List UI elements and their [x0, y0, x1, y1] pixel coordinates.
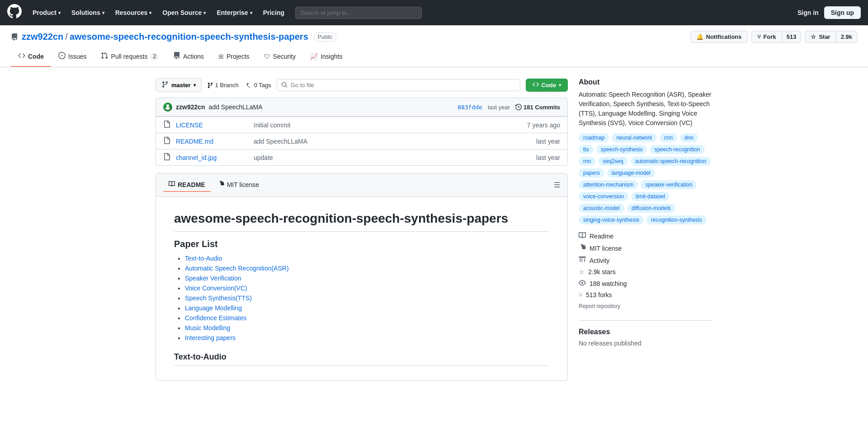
star-meta-icon: ☆ — [579, 268, 585, 276]
file-name[interactable]: channel_id.jpg — [176, 154, 248, 161]
readme-link-voice-conversion[interactable]: Voice Conversion(VC) — [185, 285, 247, 292]
sidebar-meta-forks[interactable]: ⑂ 513 forks — [579, 291, 712, 299]
fork-icon: ⑂ — [757, 33, 761, 40]
tag-dnn[interactable]: dnn — [680, 133, 698, 142]
search-input[interactable] — [295, 7, 422, 19]
tab-pull-requests[interactable]: Pull requests 2 — [94, 47, 166, 67]
commit-count-link[interactable]: 181 Commits — [515, 104, 560, 111]
readme-link-interesting-papers[interactable]: Interesting papers — [185, 334, 236, 341]
commit-avatar — [163, 103, 172, 112]
notifications-button[interactable]: 🔔 Notifications — [690, 31, 748, 43]
tag-cnn[interactable]: cnn — [660, 133, 677, 142]
tag-attention-mechanism[interactable]: attention-mechanism — [579, 180, 638, 189]
branch-selector[interactable]: master ▾ — [156, 78, 202, 92]
tab-issues[interactable]: Issues — [51, 47, 94, 67]
tag-recognition-synthesis[interactable]: recognition-synthesis — [646, 215, 707, 224]
readme-link-music-modelling[interactable]: Music Modelling — [185, 324, 230, 332]
fork-button[interactable]: ⑂ Fork 513 — [751, 31, 802, 43]
nav-open-source[interactable]: Open Source▾ — [159, 7, 209, 18]
sign-up-button[interactable]: Sign up — [824, 6, 861, 19]
tag-diffusion-models[interactable]: diffusion-models — [627, 204, 675, 213]
tag-language-model[interactable]: language-model — [607, 168, 655, 177]
table-row: LICENSE Initial commit 7 years ago — [156, 117, 567, 133]
nav-solutions[interactable]: Solutions▾ — [68, 7, 108, 18]
commit-author[interactable]: zzw922cn — [176, 103, 205, 111]
tab-insights[interactable]: 📈 Insights — [303, 47, 349, 67]
nav-enterprise[interactable]: Enterprise▾ — [213, 7, 255, 18]
readme-link-speaker-verification[interactable]: Speaker Verification — [185, 275, 241, 282]
tag-voice-conversion[interactable]: voice-conversion — [579, 192, 628, 201]
sign-in-link[interactable]: Sign in — [797, 9, 819, 16]
readme-list: Text-to-Audio Automatic Speech Recogniti… — [174, 255, 549, 341]
nav-resources[interactable]: Resources▾ — [112, 7, 156, 18]
tag-speech-recognition[interactable]: speech-recognition — [650, 145, 704, 154]
repo-owner-link[interactable]: zzw922cn — [22, 32, 63, 42]
tag-roadmap[interactable]: roadmap — [579, 133, 609, 142]
readme-link-language-modelling[interactable]: Language Modelling — [185, 304, 242, 312]
tag-neural-network[interactable]: neural-network — [612, 133, 656, 142]
about-description: Automatic Speech Recognition (ASR), Spea… — [579, 90, 712, 128]
nav-pricing[interactable]: Pricing — [259, 7, 288, 18]
tag-papers[interactable]: papers — [579, 168, 604, 177]
tab-projects[interactable]: ⊞ Projects — [211, 47, 257, 67]
tag-seq2seq[interactable]: seq2seq — [598, 157, 627, 166]
releases-section: Releases No releases published — [579, 328, 712, 347]
readme-link-asr[interactable]: Automatic Speech Recognition(ASR) — [185, 265, 289, 272]
svg-point-0 — [166, 104, 169, 107]
sidebar-meta-readme[interactable]: Readme — [579, 232, 712, 240]
file-name[interactable]: LICENSE — [176, 121, 248, 129]
no-releases: No releases published — [579, 340, 712, 347]
about-title: About — [579, 78, 712, 86]
readme-link-speech-synthesis[interactable]: Speech Synthesis(TTS) — [185, 294, 252, 302]
readme-link-text-to-audio[interactable]: Text-to-Audio — [185, 255, 222, 262]
commit-hash-link[interactable]: 883fdde — [458, 104, 482, 111]
readme-options-icon[interactable]: ☰ — [554, 181, 560, 189]
code-dropdown-button[interactable]: Code ▾ — [526, 79, 568, 92]
readme-link-confidence-estimates[interactable]: Confidence Estimates — [185, 314, 246, 322]
activity-icon — [579, 256, 586, 265]
list-item: Interesting papers — [185, 334, 549, 341]
report-repository-link[interactable]: Report repository — [579, 303, 620, 309]
breadcrumb: zzw922cn / awesome-speech-recognition-sp… — [11, 32, 336, 42]
file-icon — [163, 153, 170, 162]
nav-product[interactable]: Product▾ — [29, 7, 64, 18]
about-section: About Automatic Speech Recognition (ASR)… — [579, 78, 712, 309]
repo-nav: Code Issues Pull requests 2 Actions ⊞ Pr… — [11, 47, 857, 67]
tag-automatic-speech-recognition[interactable]: automatic-speech-recognition — [631, 157, 711, 166]
goto-file-input[interactable] — [277, 79, 520, 91]
search-box[interactable] — [295, 7, 422, 19]
tag-singing-voice-synthesis[interactable]: singing-voice-synthesis — [579, 215, 644, 224]
branch-count[interactable]: 1 Branch — [207, 82, 239, 89]
scale-meta-icon — [579, 244, 586, 252]
sidebar-meta-activity[interactable]: Activity — [579, 256, 712, 265]
tag-speaker-verification[interactable]: speaker-verification — [641, 180, 697, 189]
tab-code[interactable]: Code — [11, 47, 51, 67]
projects-icon: ⊞ — [218, 53, 224, 60]
sidebar-meta-license[interactable]: MIT license — [579, 244, 712, 252]
fork-meta-icon: ⑂ — [579, 291, 582, 299]
file-time: last year — [536, 138, 560, 145]
tag-tts[interactable]: tts — [579, 145, 594, 154]
scale-icon — [218, 181, 224, 188]
readme-section-heading: Text-to-Audio — [174, 352, 549, 366]
tab-actions[interactable]: Actions — [166, 47, 211, 67]
file-name[interactable]: README.md — [176, 138, 248, 145]
repo-header: zzw922cn / awesome-speech-recognition-sp… — [0, 25, 868, 67]
sidebar-meta-stars[interactable]: ☆ 2.9k stars — [579, 268, 712, 276]
tag-timit-dataset[interactable]: timit-dataset — [631, 192, 670, 201]
list-item: Text-to-Audio — [185, 255, 549, 262]
readme-tab-license[interactable]: MIT license — [212, 178, 264, 192]
actions-icon — [173, 52, 180, 61]
github-logo-icon[interactable] — [7, 4, 22, 22]
svg-point-1 — [165, 107, 170, 110]
readme-tab-readme[interactable]: README — [163, 178, 211, 192]
tag-acoustic-model[interactable]: acoustic-model — [579, 204, 624, 213]
tag-count[interactable]: 0 Tags — [246, 82, 271, 89]
tab-security[interactable]: 🛡 Security — [257, 47, 303, 67]
repo-name-link[interactable]: awesome-speech-recognition-speech-synthe… — [70, 32, 308, 42]
sidebar-divider — [579, 320, 712, 321]
sidebar-meta-watching[interactable]: 188 watching — [579, 279, 712, 288]
star-button[interactable]: ☆ Star 2.9k — [805, 31, 857, 43]
tag-speech-synthesis[interactable]: speech-synthesis — [596, 145, 647, 154]
tag-rnn[interactable]: rnn — [579, 157, 595, 166]
